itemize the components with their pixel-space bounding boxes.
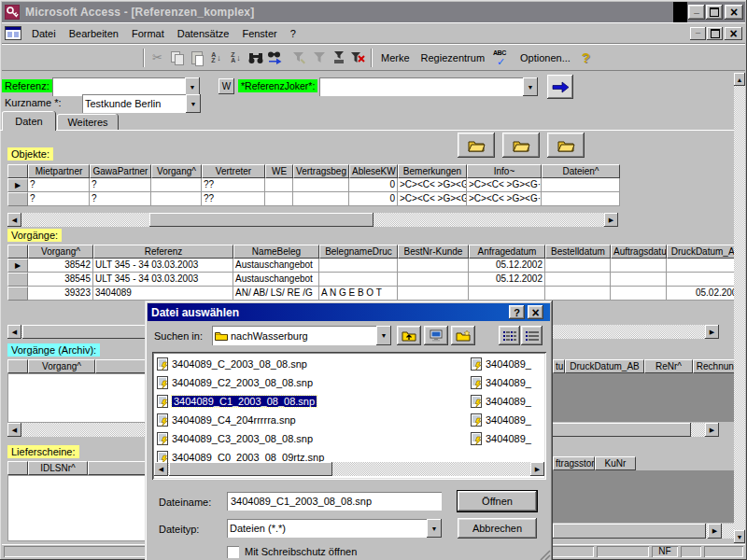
file-name[interactable]: 3404089_ — [486, 433, 531, 444]
dialog-close-button[interactable] — [528, 305, 543, 319]
cell[interactable]: >C><C< >G><G· — [467, 192, 542, 206]
cell[interactable] — [265, 192, 293, 206]
cell[interactable]: 05.02.2003 — [667, 287, 734, 301]
referenz-value[interactable] — [52, 77, 185, 96]
menu-item[interactable]: Fenster — [235, 25, 283, 42]
referenz-joker-value[interactable] — [319, 77, 523, 96]
row-selector[interactable] — [7, 273, 28, 287]
access-app-icon[interactable] — [5, 5, 20, 20]
file-item[interactable]: 3404089_C2_2003_08_08.snp — [154, 373, 397, 392]
column-header[interactable]: Info~ — [467, 164, 542, 178]
file-item[interactable]: 3404089_ — [468, 411, 546, 429]
chevron-down-icon[interactable] — [523, 77, 538, 96]
file-name[interactable]: 3404089_C1_2003_08_08.snp — [172, 396, 317, 407]
go-arrow-button[interactable] — [547, 75, 573, 99]
column-header[interactable]: Bestelldatum — [545, 245, 611, 259]
column-header[interactable]: DruckDatum_AB — [667, 245, 734, 259]
column-header[interactable]: DruckDatum_AB — [565, 359, 644, 373]
regiezentrum-button[interactable]: Regiezentrum — [416, 49, 490, 66]
column-header[interactable]: Referenz — [93, 245, 233, 259]
filter-icon[interactable] — [309, 48, 329, 68]
remove-filter-icon[interactable] — [348, 48, 368, 68]
referenz-combobox[interactable] — [52, 77, 200, 96]
cell[interactable] — [611, 259, 667, 273]
cell[interactable]: ? — [28, 192, 90, 206]
file-list-hscrollbar[interactable]: ◀ ▶ — [154, 462, 544, 476]
form-vscrollbar[interactable]: ▲ ▼ — [734, 73, 745, 543]
cell[interactable] — [667, 273, 734, 287]
cell[interactable]: 0 — [349, 178, 398, 192]
scroll-right-icon[interactable]: ▶ — [708, 524, 722, 539]
file-name[interactable]: 3404089_ — [486, 358, 531, 370]
file-name[interactable]: 3404089_C4_204rrrrra.snp — [172, 414, 296, 426]
scroll-right-icon[interactable]: ▶ — [530, 462, 544, 476]
cell[interactable]: ULT 345 - 34 03.03.2003 — [93, 259, 233, 273]
readonly-checkbox[interactable] — [227, 546, 239, 558]
cell[interactable]: ?? — [202, 192, 265, 206]
cell[interactable]: ? — [90, 192, 151, 206]
open-folder-button-3[interactable] — [547, 133, 585, 158]
resize-grip-icon[interactable] — [540, 550, 551, 560]
dateityp-combobox[interactable]: Dateien (*.*) — [227, 519, 442, 538]
cell[interactable]: 3404089 — [93, 287, 233, 301]
cell[interactable] — [398, 287, 469, 301]
file-item[interactable]: 3404089_ — [468, 373, 546, 392]
help-icon[interactable]: ? — [576, 48, 596, 68]
scroll-left-icon[interactable]: ◀ — [154, 462, 168, 476]
cell[interactable] — [398, 273, 469, 287]
select-all-corner[interactable] — [7, 245, 28, 259]
find-next-icon[interactable] — [265, 48, 285, 68]
paste-icon[interactable] — [187, 48, 206, 68]
cell[interactable]: >C><C< >G><G· — [467, 178, 542, 192]
merke-button[interactable]: Merke — [375, 49, 416, 66]
cell[interactable] — [542, 192, 620, 206]
file-item[interactable]: 3404089_C4_204rrrrra.snp — [154, 411, 397, 429]
row-selector[interactable] — [7, 259, 28, 273]
form-view-icon[interactable] — [5, 26, 21, 40]
select-all-corner[interactable] — [7, 461, 28, 475]
dialog-help-button[interactable]: ? — [509, 305, 525, 319]
column-header[interactable]: Anfragedatum — [469, 245, 545, 259]
cell[interactable]: 38545 — [28, 273, 93, 287]
row-selector[interactable] — [7, 287, 28, 301]
scroll-left-icon[interactable]: ◀ — [7, 213, 21, 227]
details-view-button[interactable] — [521, 326, 543, 345]
file-name[interactable]: 3404089_ — [486, 377, 531, 388]
cell[interactable] — [293, 192, 349, 206]
filter-by-form-icon[interactable] — [289, 48, 309, 68]
cell[interactable] — [293, 178, 349, 192]
column-header[interactable]: Mietpartner — [28, 164, 90, 178]
column-header[interactable]: Dateien^ — [542, 164, 620, 178]
column-header[interactable]: IDLSNr^ — [28, 461, 88, 475]
title-bar[interactable]: Microsoft Access - [Referenzen_komplex] — [2, 2, 745, 22]
chevron-down-icon[interactable] — [376, 326, 391, 345]
table-row[interactable]: ? ? ?? 0 >C><C< >G><G· >C><C< >G><G· — [7, 178, 620, 192]
cell[interactable] — [151, 178, 202, 192]
scroll-thumb[interactable] — [553, 524, 706, 539]
table-row[interactable]: 38545 ULT 345 - 34 03.03.2003 Austauscha… — [7, 273, 734, 287]
column-header[interactable]: Vorgang^ — [151, 164, 202, 178]
mdi-restore-button[interactable] — [707, 27, 723, 40]
table-row[interactable]: 38542 ULT 345 - 34 03.03.2003 Austauscha… — [7, 259, 734, 273]
tab-daten[interactable]: Daten — [2, 111, 56, 131]
open-folder-button-1[interactable] — [458, 133, 495, 158]
up-one-level-button[interactable] — [397, 326, 421, 345]
mdi-close-button[interactable] — [725, 27, 742, 40]
scroll-right-icon[interactable]: ▶ — [604, 213, 618, 227]
kurzname-combobox[interactable]: Testkunde Berlin — [82, 94, 201, 113]
file-name[interactable]: 3404089_C2_2003_08_08.snp — [172, 377, 313, 388]
cell[interactable] — [545, 273, 611, 287]
create-new-folder-button[interactable] — [451, 326, 475, 345]
cell[interactable]: >C><C< >G><G· — [398, 192, 467, 206]
copy-icon[interactable] — [167, 48, 187, 68]
menu-item[interactable]: Datei — [25, 25, 63, 42]
column-header[interactable]: Rechnung: — [693, 359, 734, 373]
open-folder-button-2[interactable] — [502, 133, 540, 158]
cell[interactable] — [265, 178, 293, 192]
chevron-down-icon[interactable] — [185, 77, 200, 96]
cell[interactable]: AN/ AB/ LS/ RE /G — [233, 287, 319, 301]
w-button[interactable]: W — [218, 78, 234, 94]
select-all-corner[interactable] — [7, 359, 28, 373]
chevron-down-icon[interactable] — [186, 94, 201, 113]
cell[interactable]: ? — [28, 178, 90, 192]
